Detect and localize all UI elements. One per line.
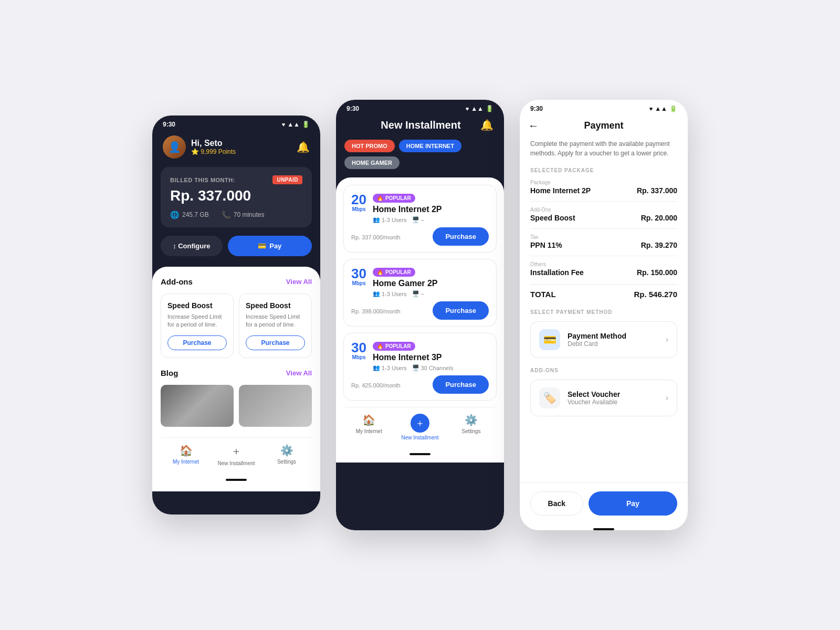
filter-home-gamer[interactable]: HOME GAMER [344,156,400,169]
voucher-icon: 🏷️ [543,392,556,404]
plan-card-1-top: 20 Mbps 🔥 POPULAR Home Internet 2P 👥 1-3… [351,193,489,223]
settings-icon-2: ⚙️ [465,414,478,426]
nav-settings-2[interactable]: ⚙️ Settings [446,414,497,440]
nav-my-internet-2[interactable]: 🏠 My Internet [343,414,394,440]
plan-card-2: 30 Mbps 🔥 POPULAR Home Gamer 2P 👥 1-3 Us… [343,259,497,327]
phone-icon: 📞 [222,211,230,219]
blog-section: Blog View All [161,369,312,427]
pay-icon: 💳 [258,242,266,250]
plan-info-1: 🔥 POPULAR Home Internet 2P 👥 1-3 Users 🖥… [373,193,489,223]
plan-price-2: Rp. 398.000/month [351,307,401,315]
blog-header: Blog View All [161,369,312,377]
total-divider [530,284,677,285]
pkg-row-2-price: Rp. 39.270 [641,241,677,249]
signal-icon-2: ▲▲ [471,105,484,112]
blog-img-1 [161,385,234,427]
divider-2 [530,256,677,256]
plan-users-2: 👥 1-3 Users [373,290,407,297]
pkg-row-0-content: Home Internet 2P Rp. 337.000 [530,186,677,195]
addon-2-purchase-btn[interactable]: Purchase [246,335,305,350]
nav-settings-1[interactable]: ⚙️ Settings [261,444,312,466]
nav-my-internet-1[interactable]: 🏠 My Internet [161,444,211,466]
pkg-row-0-sublabel: Package [530,180,677,185]
payment-method-info: Payment Method Debit Card [568,332,658,348]
addons-view-all[interactable]: View All [286,278,312,286]
pay-button[interactable]: 💳 Pay [228,236,312,256]
chevron-right-icon-voucher: › [666,393,668,403]
pkg-row-2-sublabel: Tax [530,234,677,240]
plan-card-2-top: 30 Mbps 🔥 POPULAR Home Gamer 2P 👥 1-3 Us… [351,267,489,297]
back-arrow-button[interactable]: ← [528,120,539,132]
nav-label-new-installment-1: New Installment [217,460,255,466]
data-amount: 245.7 GB [182,211,209,218]
plan-card-1: 20 Mbps 🔥 POPULAR Home Internet 2P 👥 1-3… [343,185,497,253]
plan-name-1: Home Internet 2P [373,205,489,214]
pkg-row-1: Add-Ons Speed Boost Rp. 20.000 [530,207,677,222]
phone2-header: New Installment 🔔 [336,116,504,140]
total-label: TOTAL [530,290,556,299]
pkg-row-0-price: Rp. 337.000 [637,186,677,195]
pay-now-button[interactable]: Pay [589,491,677,516]
nav-active-wrap: ＋ [411,414,429,433]
addon-1-title: Speed Boost [167,301,227,310]
payment-method-title: Payment Method [568,332,658,340]
plus-icon-2-active: ＋ [415,417,425,429]
plan-1-purchase-btn[interactable]: Purchase [433,227,489,246]
phone2-content: 20 Mbps 🔥 POPULAR Home Internet 2P 👥 1-3… [336,177,504,463]
plan-channels-3: 🖥️ 30 Channels [412,364,454,371]
addon-card-2: Speed Boost Increase Speed Limit for a p… [239,293,312,358]
bell-icon[interactable]: 🔔 [297,141,310,153]
plan-3-purchase-btn[interactable]: Purchase [433,375,489,394]
unpaid-badge: UNPAID [272,175,302,184]
phone-left: 9:30 ♥ ▲▲ 🔋 👤 Hi, Seto ⭐ 9,999 Points 🔔 … [152,116,320,514]
home-indicator-1 [226,479,247,481]
back-button[interactable]: Back [530,491,583,516]
debit-card-icon: 💳 [543,333,556,346]
payment-method-subtitle: Debit Card [568,340,658,348]
plan-2-purchase-btn[interactable]: Purchase [433,301,489,320]
settings-icon-1: ⚙️ [280,444,293,457]
blog-images [161,385,312,427]
nav-label-settings-2: Settings [461,428,480,434]
pkg-row-3-price: Rp. 150.000 [637,268,677,277]
status-icons-3: ♥ ▲▲ 🔋 [649,105,677,112]
filter-tabs: HOT PROMO HOME INTERNET HOME GAMER [336,140,504,177]
nav-label-my-internet-1: My Internet [173,459,199,465]
billing-label-row: BILLED THIS MONTH: UNPAID [170,175,302,184]
addons-section-label: ADD-ONS [530,368,677,373]
addon-2-title: Speed Boost [246,301,305,310]
home-icon-1: 🏠 [180,444,193,457]
minutes-amount: 70 minutes [234,211,265,218]
billing-stats: 🌐 245.7 GB 📞 70 minutes [170,211,302,219]
divider-0 [530,201,677,202]
greeting-text: Hi, Seto [191,139,236,148]
time-2: 9:30 [346,105,359,112]
pkg-row-2-name: PPN 11% [530,241,562,249]
filter-home-internet[interactable]: HOME INTERNET [399,140,461,152]
nav-label-settings-1: Settings [277,459,296,465]
blog-view-all[interactable]: View All [286,369,312,377]
payment-body: Complete the payment with the available … [520,134,688,482]
pkg-row-1-price: Rp. 20.000 [641,214,677,222]
bell-icon-2[interactable]: 🔔 [480,119,494,131]
pkg-row-1-content: Speed Boost Rp. 20.000 [530,214,677,222]
payment-header: ← Payment [520,116,688,134]
plan-info-3: 🔥 POPULAR Home Internet 3P 👥 1-3 Users 🖥… [373,341,489,371]
filter-hot-promo[interactable]: HOT PROMO [344,140,395,152]
minutes-stat: 📞 70 minutes [222,211,265,219]
nav-new-installment-2[interactable]: ＋ New Installment [394,414,445,440]
plan-device-1: 🖥️ – [412,216,424,223]
plan-name-2: Home Gamer 2P [373,279,489,288]
plan-card-2-bottom: Rp. 398.000/month Purchase [351,301,489,320]
pkg-row-1-sublabel: Add-Ons [530,207,677,213]
nav-new-installment-1[interactable]: ＋ New Installment [211,444,261,466]
bottom-nav-1: 🏠 My Internet ＋ New Installment ⚙️ Setti… [161,437,312,475]
payment-method-section-label: SELECT PAYMENT METHOD [530,309,677,315]
payment-method-card[interactable]: 💳 Payment Method Debit Card › [530,321,677,358]
configure-button[interactable]: ↕ Configure [161,236,223,256]
addon-1-purchase-btn[interactable]: Purchase [167,335,227,350]
voucher-card[interactable]: 🏷️ Select Voucher Voucher Available › [530,380,677,416]
plan-info-2: 🔥 POPULAR Home Gamer 2P 👥 1-3 Users 🖥️ – [373,267,489,297]
heart-icon-1: ♥ [282,121,286,128]
plan-users-3: 👥 1-3 Users [373,364,407,371]
